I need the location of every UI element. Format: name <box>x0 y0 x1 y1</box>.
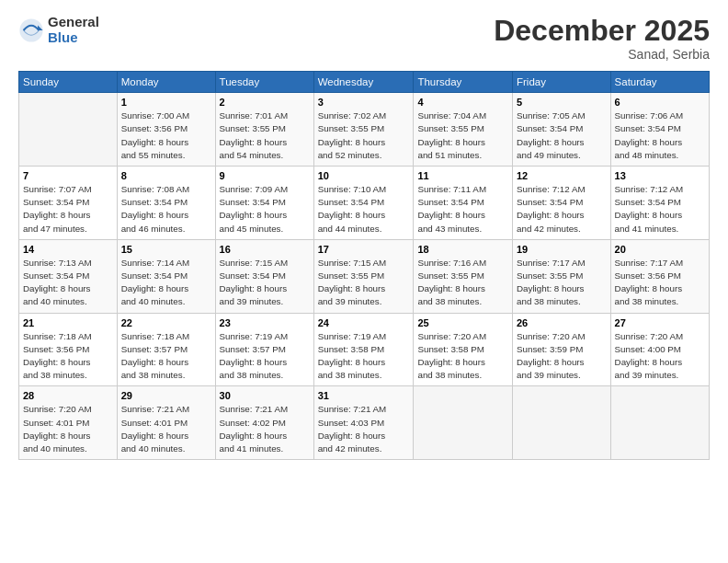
col-header-tuesday: Tuesday <box>215 72 313 93</box>
day-info: Sunrise: 7:08 AMSunset: 3:54 PMDaylight:… <box>121 183 211 236</box>
title-block: December 2025 Sanad, Serbia <box>494 15 710 62</box>
day-cell <box>512 386 610 460</box>
day-info: Sunrise: 7:20 AMSunset: 3:59 PMDaylight:… <box>517 330 607 383</box>
location: Sanad, Serbia <box>494 47 710 62</box>
day-cell: 12Sunrise: 7:12 AMSunset: 3:54 PMDayligh… <box>512 167 610 240</box>
day-cell: 15Sunrise: 7:14 AMSunset: 3:54 PMDayligh… <box>117 239 215 313</box>
day-info: Sunrise: 7:06 AMSunset: 3:54 PMDaylight:… <box>615 109 705 162</box>
day-info: Sunrise: 7:19 AMSunset: 3:58 PMDaylight:… <box>318 330 410 383</box>
day-info: Sunrise: 7:20 AMSunset: 4:01 PMDaylight:… <box>23 403 113 455</box>
day-cell: 14Sunrise: 7:13 AMSunset: 3:54 PMDayligh… <box>19 239 118 313</box>
col-header-friday: Friday <box>512 72 610 93</box>
day-cell: 11Sunrise: 7:11 AMSunset: 3:54 PMDayligh… <box>414 167 513 240</box>
day-cell: 2Sunrise: 7:01 AMSunset: 3:55 PMDaylight… <box>215 93 313 167</box>
day-number: 19 <box>517 244 607 255</box>
day-info: Sunrise: 7:18 AMSunset: 3:56 PMDaylight:… <box>23 330 113 383</box>
day-info: Sunrise: 7:12 AMSunset: 3:54 PMDaylight:… <box>615 183 705 236</box>
day-number: 9 <box>220 170 310 181</box>
day-cell: 1Sunrise: 7:00 AMSunset: 3:56 PMDaylight… <box>117 93 215 167</box>
day-cell: 25Sunrise: 7:20 AMSunset: 3:58 PMDayligh… <box>414 313 513 386</box>
col-header-sunday: Sunday <box>19 72 118 93</box>
day-cell <box>414 386 513 460</box>
day-info: Sunrise: 7:14 AMSunset: 3:54 PMDaylight:… <box>121 257 211 309</box>
day-info: Sunrise: 7:15 AMSunset: 3:54 PMDaylight:… <box>220 257 310 309</box>
day-info: Sunrise: 7:18 AMSunset: 3:57 PMDaylight:… <box>121 330 211 383</box>
day-cell: 27Sunrise: 7:20 AMSunset: 4:00 PMDayligh… <box>610 313 709 386</box>
day-info: Sunrise: 7:04 AMSunset: 3:55 PMDaylight:… <box>417 109 508 162</box>
day-number: 18 <box>417 244 508 255</box>
day-cell: 13Sunrise: 7:12 AMSunset: 3:54 PMDayligh… <box>610 167 709 240</box>
day-number: 20 <box>615 244 705 255</box>
day-info: Sunrise: 7:15 AMSunset: 3:55 PMDaylight:… <box>318 257 410 309</box>
day-number: 17 <box>318 244 410 255</box>
day-number: 4 <box>417 97 508 108</box>
day-cell: 22Sunrise: 7:18 AMSunset: 3:57 PMDayligh… <box>117 313 215 386</box>
day-cell: 6Sunrise: 7:06 AMSunset: 3:54 PMDaylight… <box>610 93 709 167</box>
day-info: Sunrise: 7:17 AMSunset: 3:55 PMDaylight:… <box>517 257 607 309</box>
day-cell: 26Sunrise: 7:20 AMSunset: 3:59 PMDayligh… <box>512 313 610 386</box>
day-cell: 29Sunrise: 7:21 AMSunset: 4:01 PMDayligh… <box>117 386 215 460</box>
day-info: Sunrise: 7:13 AMSunset: 3:54 PMDaylight:… <box>23 257 113 309</box>
header-row: SundayMondayTuesdayWednesdayThursdayFrid… <box>19 72 710 93</box>
day-info: Sunrise: 7:02 AMSunset: 3:55 PMDaylight:… <box>318 109 410 162</box>
page: General Blue December 2025 Sanad, Serbia… <box>0 0 728 563</box>
day-number: 15 <box>121 244 211 255</box>
day-number: 2 <box>220 97 310 108</box>
day-info: Sunrise: 7:20 AMSunset: 4:00 PMDaylight:… <box>615 330 705 383</box>
col-header-wednesday: Wednesday <box>313 72 414 93</box>
week-row-4: 21Sunrise: 7:18 AMSunset: 3:56 PMDayligh… <box>19 313 710 386</box>
day-number: 27 <box>615 317 705 328</box>
day-cell <box>610 386 709 460</box>
day-number: 14 <box>23 244 113 255</box>
col-header-thursday: Thursday <box>414 72 513 93</box>
logo-general: General <box>48 15 99 30</box>
day-number: 28 <box>23 390 113 401</box>
day-number: 23 <box>220 317 310 328</box>
day-number: 25 <box>417 317 508 328</box>
day-cell: 8Sunrise: 7:08 AMSunset: 3:54 PMDaylight… <box>117 167 215 240</box>
day-info: Sunrise: 7:20 AMSunset: 3:58 PMDaylight:… <box>417 330 508 383</box>
day-info: Sunrise: 7:19 AMSunset: 3:57 PMDaylight:… <box>220 330 310 383</box>
logo: General Blue <box>18 15 99 45</box>
day-info: Sunrise: 7:07 AMSunset: 3:54 PMDaylight:… <box>23 183 113 236</box>
day-number: 26 <box>517 317 607 328</box>
day-number: 11 <box>417 170 508 181</box>
day-cell: 23Sunrise: 7:19 AMSunset: 3:57 PMDayligh… <box>215 313 313 386</box>
header: General Blue December 2025 Sanad, Serbia <box>18 15 710 62</box>
day-number: 1 <box>121 97 211 108</box>
day-number: 12 <box>517 170 607 181</box>
day-info: Sunrise: 7:00 AMSunset: 3:56 PMDaylight:… <box>121 109 211 162</box>
day-info: Sunrise: 7:09 AMSunset: 3:54 PMDaylight:… <box>220 183 310 236</box>
logo-icon <box>18 17 44 43</box>
month-title: December 2025 <box>494 15 710 47</box>
col-header-monday: Monday <box>117 72 215 93</box>
day-info: Sunrise: 7:17 AMSunset: 3:56 PMDaylight:… <box>615 257 705 309</box>
day-number: 10 <box>318 170 410 181</box>
day-info: Sunrise: 7:11 AMSunset: 3:54 PMDaylight:… <box>417 183 508 236</box>
day-number: 24 <box>318 317 410 328</box>
day-cell: 3Sunrise: 7:02 AMSunset: 3:55 PMDaylight… <box>313 93 414 167</box>
day-number: 8 <box>121 170 211 181</box>
day-info: Sunrise: 7:21 AMSunset: 4:02 PMDaylight:… <box>220 403 310 455</box>
day-number: 16 <box>220 244 310 255</box>
day-cell: 31Sunrise: 7:21 AMSunset: 4:03 PMDayligh… <box>313 386 414 460</box>
day-cell: 4Sunrise: 7:04 AMSunset: 3:55 PMDaylight… <box>414 93 513 167</box>
day-number: 3 <box>318 97 410 108</box>
day-cell: 7Sunrise: 7:07 AMSunset: 3:54 PMDaylight… <box>19 167 118 240</box>
day-cell: 30Sunrise: 7:21 AMSunset: 4:02 PMDayligh… <box>215 386 313 460</box>
day-cell: 20Sunrise: 7:17 AMSunset: 3:56 PMDayligh… <box>610 239 709 313</box>
day-cell: 24Sunrise: 7:19 AMSunset: 3:58 PMDayligh… <box>313 313 414 386</box>
day-number: 13 <box>615 170 705 181</box>
day-info: Sunrise: 7:21 AMSunset: 4:03 PMDaylight:… <box>318 403 410 455</box>
day-number: 31 <box>318 390 410 401</box>
day-cell: 21Sunrise: 7:18 AMSunset: 3:56 PMDayligh… <box>19 313 118 386</box>
day-info: Sunrise: 7:05 AMSunset: 3:54 PMDaylight:… <box>517 109 607 162</box>
day-number: 6 <box>615 97 705 108</box>
day-cell: 9Sunrise: 7:09 AMSunset: 3:54 PMDaylight… <box>215 167 313 240</box>
day-cell: 28Sunrise: 7:20 AMSunset: 4:01 PMDayligh… <box>19 386 118 460</box>
col-header-saturday: Saturday <box>610 72 709 93</box>
day-cell: 18Sunrise: 7:16 AMSunset: 3:55 PMDayligh… <box>414 239 513 313</box>
day-number: 21 <box>23 317 113 328</box>
logo-text: General Blue <box>48 15 99 45</box>
day-number: 5 <box>517 97 607 108</box>
